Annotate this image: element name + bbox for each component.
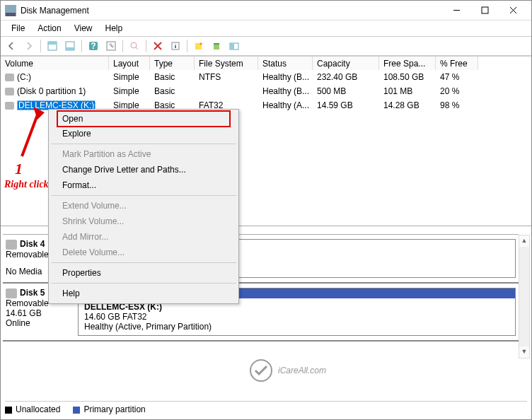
vol-size: 14.60 GB FAT32 [84, 312, 509, 322]
maximize-button[interactable] [470, 2, 499, 19]
svg-rect-2 [48, 42, 57, 45]
menu-change-drive-letter[interactable]: Change Drive Letter and Paths... [50, 162, 238, 177]
drive-icon [5, 74, 14, 81]
svg-rect-4 [66, 47, 74, 50]
forward-button[interactable] [21, 38, 37, 54]
menu-help[interactable]: Help [50, 286, 238, 301]
menu-view[interactable]: View [68, 21, 99, 35]
col-volume[interactable]: Volume [1, 57, 109, 70]
swatch-primary [73, 407, 80, 414]
svg-point-8 [131, 42, 137, 48]
disk-name: Disk 5 [20, 288, 45, 298]
attach-icon[interactable] [209, 38, 224, 54]
legend: Unallocated Primary partition [5, 401, 527, 417]
detach-icon[interactable] [226, 38, 242, 54]
table-row[interactable]: (Disk 0 partition 1) Simple Basic Health… [1, 84, 531, 98]
col-type[interactable]: Type [150, 57, 195, 70]
menu-shrink-volume: Shrink Volume... [50, 214, 238, 229]
minimize-button[interactable] [442, 2, 470, 19]
menu-properties[interactable]: Properties [50, 265, 238, 281]
volume-label: (Disk 0 partition 1) [17, 86, 86, 96]
svg-rect-14 [230, 43, 234, 49]
disk-state: Online [6, 318, 78, 328]
disk-icon [6, 240, 17, 250]
menu-extend-volume: Extend Volume... [50, 198, 238, 214]
col-layout[interactable]: Layout [109, 57, 150, 70]
vertical-scrollbar[interactable]: ▲ ▼ [519, 235, 530, 358]
action-icon[interactable] [127, 38, 142, 54]
svg-rect-0 [482, 7, 488, 13]
svg-text:?: ? [91, 41, 96, 51]
view-bottom-icon[interactable] [62, 38, 78, 54]
scroll-down-icon[interactable]: ▼ [519, 346, 529, 358]
legend-primary: Primary partition [83, 404, 145, 414]
table-row[interactable]: (C:) Simple Basic NTFS Healthy (B... 232… [1, 70, 531, 84]
disk-name: Disk 4 [20, 239, 45, 249]
legend-unallocated: Unallocated [16, 404, 60, 414]
drive-icon [5, 102, 14, 110]
volume-label: (C:) [17, 72, 31, 82]
title-bar: Disk Management [1, 1, 531, 21]
delete-icon[interactable] [150, 38, 166, 54]
scroll-up-icon[interactable]: ▲ [519, 235, 529, 247]
col-capacity[interactable]: Capacity [313, 57, 379, 70]
new-icon[interactable] [191, 38, 207, 54]
properties-icon[interactable] [168, 38, 183, 54]
menu-add-mirror: Add Mirror... [50, 229, 238, 245]
view-top-icon[interactable] [45, 38, 60, 54]
refresh-icon[interactable] [103, 38, 119, 54]
menu-mark-active: Mark Partition as Active [50, 146, 238, 162]
col-status[interactable]: Status [258, 57, 313, 70]
menu-action[interactable]: Action [31, 21, 67, 35]
menu-help[interactable]: Help [99, 21, 129, 35]
menu-bar: File Action View Help [1, 21, 531, 36]
svg-rect-11 [214, 45, 219, 49]
disk-size: 14.61 GB [6, 308, 78, 318]
table-header: Volume Layout Type File System Status Ca… [1, 56, 531, 70]
disk-icon [6, 288, 17, 298]
vol-status: Healthy (Active, Primary Partition) [84, 322, 509, 332]
context-menu: Open Explore Mark Partition as Active Ch… [48, 109, 239, 304]
swatch-unallocated [5, 407, 12, 414]
menu-explore[interactable]: Explore [50, 126, 238, 141]
col-pctfree[interactable]: % Free [436, 57, 478, 70]
drive-icon [5, 88, 14, 95]
menu-open[interactable]: Open [57, 110, 231, 127]
window-title: Disk Management [21, 6, 442, 16]
menu-delete-volume: Delete Volume... [50, 245, 238, 260]
col-filesystem[interactable]: File System [195, 57, 258, 70]
help-icon[interactable]: ? [86, 38, 101, 54]
back-button[interactable] [4, 38, 19, 54]
menu-format[interactable]: Format... [50, 177, 238, 193]
close-button[interactable] [499, 2, 527, 19]
watermark: iCareAll.com [248, 358, 326, 383]
svg-rect-12 [214, 43, 219, 45]
menu-file[interactable]: File [5, 21, 31, 35]
toolbar: ? [1, 36, 531, 56]
col-freespace[interactable]: Free Spa... [379, 57, 436, 70]
app-icon [5, 5, 16, 16]
